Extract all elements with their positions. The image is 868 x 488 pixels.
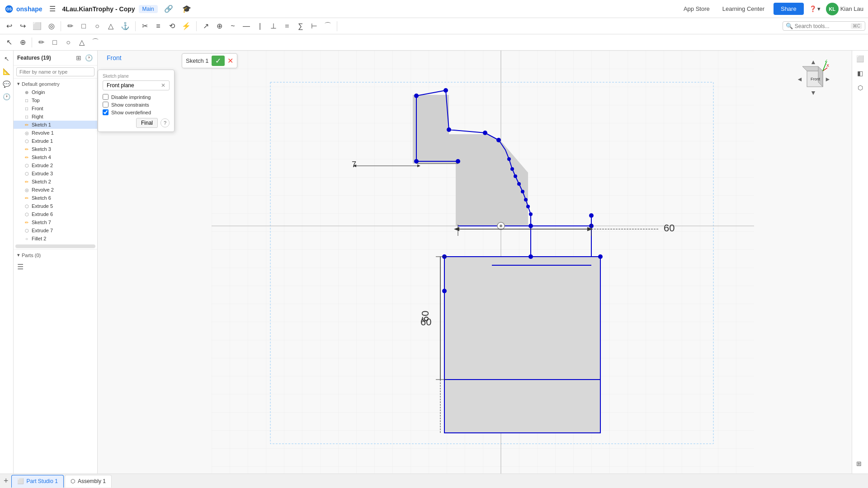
add-tab-button[interactable]: + — [2, 476, 10, 486]
poly-button[interactable]: △ — [104, 20, 117, 33]
sidebar-item-revolve2[interactable]: ◎ Revolve 2 — [14, 186, 97, 194]
rect-button[interactable]: □ — [77, 20, 90, 33]
learning-center-button[interactable]: Learning Center — [719, 4, 768, 14]
view-cube[interactable]: Front X Z ▲ ▼ ◄ ► — [796, 60, 832, 96]
view-label: Front — [107, 54, 122, 61]
disable-imprinting-checkbox[interactable] — [103, 94, 108, 100]
sidebar-item-sketch7[interactable]: ✏ Sketch 7 — [14, 218, 97, 226]
cursor-button[interactable]: ↖ — [3, 36, 15, 49]
tool-history[interactable]: 🕐 — [1, 91, 12, 102]
svg-point-26 — [456, 159, 460, 164]
view-button-3[interactable]: ⬡ — [856, 82, 865, 93]
plane-selector[interactable]: Front plane ✕ — [103, 80, 170, 90]
midpoint-button[interactable]: ⊢ — [308, 20, 321, 33]
sketch-cancel-button[interactable]: ✕ — [227, 56, 233, 65]
trim-button[interactable]: ✂ — [138, 20, 151, 33]
perp-button[interactable]: ⊥ — [267, 20, 280, 33]
polygon-btn[interactable]: △ — [75, 36, 88, 49]
main-area: ↖ 📐 💬 🕐 Features (19) ⊞ 🕐 ▾ Default geom… — [0, 51, 868, 474]
user-menu-button[interactable]: KL Kian Lau — [826, 3, 863, 15]
sidebar-item-extrude2[interactable]: ⬡ Extrude 2 — [14, 161, 97, 169]
spline2-btn[interactable]: ⌒ — [89, 36, 102, 49]
tab-part-studio[interactable]: ⬜ Part Studio 1 — [11, 475, 64, 488]
search-input[interactable] — [795, 23, 849, 29]
tangent-button[interactable]: ~ — [226, 20, 239, 33]
graduation-button[interactable]: 🎓 — [179, 3, 194, 15]
settings-button[interactable]: ⬜ — [30, 20, 44, 33]
line-button[interactable]: ✏ — [64, 20, 76, 33]
sidebar-filter-icon[interactable]: ⊞ — [75, 53, 82, 62]
plane-help-button[interactable]: ? — [160, 118, 170, 127]
sketch-confirm-button[interactable]: ✓ — [212, 56, 225, 66]
final-button[interactable]: Final — [136, 118, 158, 128]
vert-button[interactable]: | — [254, 20, 266, 33]
arc-button[interactable]: ⌒ — [321, 20, 334, 33]
sidebar-item-revolve1[interactable]: ◎ Revolve 1 — [14, 129, 97, 137]
app-store-button[interactable]: App Store — [680, 4, 713, 14]
redo-button[interactable]: ↪ — [16, 20, 29, 33]
list-icon-button[interactable]: ☰ — [17, 263, 24, 271]
branch-badge[interactable]: Main — [139, 5, 158, 13]
sidebar-item-sketch2[interactable]: ✏ Sketch 2 — [14, 178, 97, 186]
equal-button[interactable]: ∑ — [294, 20, 307, 33]
scroll-indicator[interactable] — [15, 244, 95, 248]
sidebar-item-top[interactable]: □ Top — [14, 96, 97, 104]
show-constraints-checkbox[interactable] — [103, 102, 108, 108]
nav-button[interactable]: ⊕ — [16, 36, 29, 49]
show-overdefined-checkbox[interactable] — [103, 109, 108, 115]
tool-comment[interactable]: 💬 — [1, 79, 12, 89]
sidebar-item-extrude3[interactable]: ⬡ Extrude 3 — [14, 169, 97, 178]
sidebar-item-right[interactable]: □ Right — [14, 113, 97, 121]
sketch-btn2[interactable]: ✏ — [35, 36, 47, 49]
filter-input[interactable] — [16, 67, 94, 76]
tab-assembly[interactable]: ⬡ Assembly 1 — [65, 475, 112, 488]
sidebar-item-extrude5[interactable]: ⬡ Extrude 5 — [14, 202, 97, 210]
view-button-2[interactable]: ◧ — [855, 68, 865, 79]
menu-button[interactable]: ☰ — [46, 3, 59, 15]
sidebar-header-icons: ⊞ 🕐 — [75, 53, 94, 62]
plane-panel-label: Sketch plane — [103, 74, 170, 79]
default-geometry-group[interactable]: ▾ Default geometry — [14, 80, 97, 88]
app-logo[interactable]: OS onshape — [5, 5, 42, 14]
tool-select[interactable]: ↖ — [2, 53, 11, 64]
coincident-button[interactable]: ⊕ — [213, 20, 226, 33]
sidebar-item-front[interactable]: □ Front — [14, 104, 97, 113]
sketch-svg[interactable]: 60 60 60 7 — [98, 51, 868, 474]
sidebar-item-sketch1[interactable]: ✏ Sketch 1 — [14, 121, 97, 129]
canvas-area[interactable]: Front Sketch 1 — [98, 51, 868, 474]
sidebar-item-sketch4[interactable]: ✏ Sketch 4 — [14, 153, 97, 161]
plane-close-icon[interactable]: ✕ — [161, 82, 165, 89]
share-button[interactable]: Share — [774, 3, 804, 15]
graduation-icon: 🎓 — [182, 5, 191, 13]
circle-button[interactable]: ◎ — [45, 20, 58, 33]
extrude2-icon: ⬡ — [24, 163, 30, 168]
sidebar-clock-icon[interactable]: 🕐 — [84, 53, 94, 62]
parallel-button[interactable]: = — [281, 20, 293, 33]
oval-button[interactable]: ○ — [91, 20, 104, 33]
sidebar-item-fillet2[interactable]: ○ Fillet 2 — [14, 235, 97, 243]
pattern-button[interactable]: ⚡ — [179, 20, 193, 33]
circle2-btn[interactable]: ○ — [62, 36, 75, 49]
undo-button[interactable]: ↩ — [3, 20, 15, 33]
parts-section[interactable]: ▾ Parts (0) — [14, 249, 97, 261]
sidebar-item-sketch3[interactable]: ✏ Sketch 3 — [14, 145, 97, 153]
view-icon-3: ⬡ — [858, 84, 863, 91]
sidebar-item-extrude1[interactable]: ⬡ Extrude 1 — [14, 137, 97, 145]
help-button[interactable]: ❓ ▾ — [809, 5, 821, 12]
sidebar-item-extrude7[interactable]: ⬡ Extrude 7 — [14, 226, 97, 235]
sketch3-icon: ✏ — [24, 147, 30, 152]
parts-label: Parts (0) — [22, 253, 41, 258]
offset-button[interactable]: ≡ — [152, 20, 165, 33]
tool-measure[interactable]: 📐 — [1, 66, 12, 77]
sidebar-item-extrude6[interactable]: ⬡ Extrude 6 — [14, 210, 97, 218]
sidebar-item-origin[interactable]: ⊕ Origin — [14, 88, 97, 96]
spline-button[interactable]: ⚓ — [118, 20, 132, 33]
zoom-button[interactable]: ⊞ — [854, 458, 863, 469]
rect2-btn[interactable]: □ — [48, 36, 61, 49]
link-button[interactable]: 🔗 — [161, 3, 176, 15]
view-button-1[interactable]: ⬜ — [854, 53, 866, 64]
sidebar-item-sketch6[interactable]: ✏ Sketch 6 — [14, 194, 97, 202]
dimension-button[interactable]: ↗ — [199, 20, 212, 33]
mirror-button[interactable]: ⟲ — [165, 20, 178, 33]
horiz-button[interactable]: — — [240, 20, 253, 33]
